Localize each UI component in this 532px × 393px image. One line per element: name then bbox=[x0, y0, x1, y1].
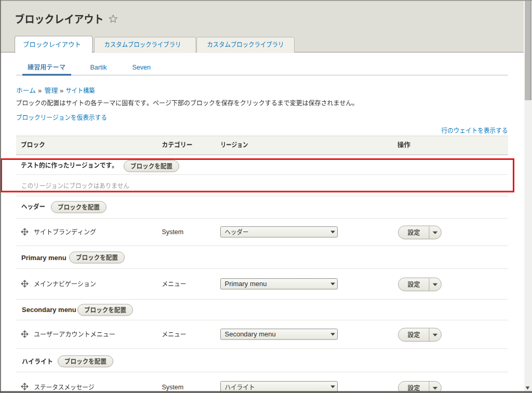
svg-text:System: System bbox=[162, 228, 184, 236]
svg-text:Secondary menu: Secondary menu bbox=[22, 306, 76, 314]
svg-text:Primary menu: Primary menu bbox=[225, 280, 267, 288]
svg-text:Seven: Seven bbox=[132, 64, 151, 71]
svg-text:»: » bbox=[60, 87, 63, 94]
svg-text:Bartik: Bartik bbox=[90, 64, 108, 71]
svg-text:Secondary menu: Secondary menu bbox=[225, 330, 276, 338]
svg-text:»: » bbox=[38, 87, 42, 94]
svg-text:System: System bbox=[162, 384, 184, 391]
svg-text:Primary menu: Primary menu bbox=[21, 254, 66, 262]
